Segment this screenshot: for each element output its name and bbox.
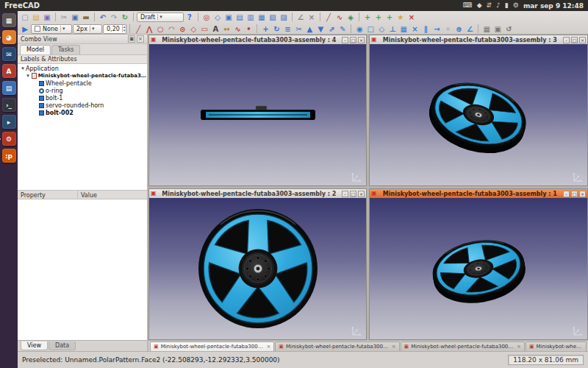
property-column-header[interactable]: Property (18, 191, 78, 199)
snap-perpendicular-icon[interactable]: ⊥ (387, 24, 398, 34)
spin-down-icon[interactable]: ▾ (123, 29, 126, 32)
freecad-icon[interactable]: ⚙ (2, 132, 16, 146)
tree-item-servo-rounded-horn[interactable]: servo-rounded-horn (18, 102, 147, 109)
panel-float-icon[interactable]: ▣ (128, 35, 135, 43)
scale-spinbox[interactable]: 0,20▴▾ (103, 24, 126, 34)
front-view-icon[interactable]: ▣ (223, 12, 234, 22)
close-tab-icon[interactable]: × (392, 344, 396, 350)
close-icon[interactable]: × (579, 191, 586, 197)
window-tab[interactable]: ▣Miniskybot-wheel-pentacle-futaba3003-as… (275, 342, 399, 351)
close-icon[interactable]: × (358, 191, 365, 197)
clear-measurement-icon[interactable]: × (306, 12, 317, 22)
viewport-titlebar[interactable]: ▣Miniskybot-wheel-pentacle-futaba3003-as… (370, 189, 587, 198)
workbench-selector[interactable]: Draft▾ (137, 13, 184, 22)
session-menu-icon[interactable]: ⚙ (513, 0, 519, 11)
archive-icon[interactable]: A (2, 64, 16, 78)
snap-endpoint-icon[interactable]: □ (365, 24, 376, 34)
combo-view-titlebar[interactable]: Combo View ▣ × (18, 35, 147, 44)
snap-center-icon[interactable]: ⊕ (453, 24, 464, 34)
tab-model[interactable]: Model (20, 45, 51, 54)
expander-icon[interactable]: ▾ (26, 73, 30, 79)
toggle-grid-icon[interactable]: ▦ (481, 24, 492, 34)
restore-icon[interactable]: □ (571, 37, 578, 43)
whats-this-icon[interactable]: ? (184, 12, 195, 22)
tree-item-wheel-pentacle[interactable]: Wheel-pentacle (18, 79, 147, 87)
pdf-reader-icon[interactable]: :p (2, 149, 16, 163)
wheel-3d-view[interactable] (398, 202, 559, 335)
panel-close-icon[interactable]: × (137, 35, 144, 43)
document-save-icon[interactable]: ▣ (42, 12, 52, 22)
media-player-icon[interactable]: ▸ (2, 115, 16, 129)
add-to-group-icon[interactable]: + (362, 12, 373, 22)
close-icon[interactable]: × (358, 37, 365, 43)
viewport-1[interactable]: ▣Miniskybot-wheel-pentacle-futaba3003-as… (148, 35, 367, 186)
window-tab[interactable]: ▣Miniskybot-wheel-pentacle-futaba3003-as… (401, 342, 525, 351)
draft-arc-icon[interactable]: ◠ (166, 24, 176, 34)
draft-circle-icon[interactable]: ○ (155, 24, 165, 34)
close-tab-icon[interactable]: × (517, 344, 521, 350)
wheel-front-view[interactable] (193, 204, 323, 333)
left-view-icon[interactable]: ▨ (279, 12, 289, 22)
draft-rectangle-icon[interactable]: ▭ (199, 24, 209, 34)
property-editor-body[interactable] (18, 199, 147, 340)
viewport-3d-canvas[interactable] (149, 44, 366, 185)
right-view-icon[interactable]: ▥ (245, 12, 256, 22)
select-group-icon[interactable]: + (373, 12, 384, 22)
undo-icon[interactable]: ↶ (98, 12, 108, 22)
viewport-titlebar[interactable]: ▣Miniskybot-wheel-pentacle-futaba3003-as… (370, 35, 587, 44)
bottom-view-icon[interactable]: ▧ (268, 12, 278, 22)
minimize-icon[interactable]: – (342, 191, 348, 197)
draft-text-icon[interactable]: A (210, 24, 220, 34)
keyboard-indicator-icon[interactable]: ⌨ (463, 0, 473, 11)
tree-header[interactable]: Labels & Attributes (18, 55, 147, 64)
downgrade-icon[interactable]: ▼ (315, 24, 326, 34)
snap-grid-icon[interactable]: ▦ (398, 24, 409, 34)
restore-icon[interactable]: □ (571, 191, 578, 197)
fit-all-icon[interactable]: ◎ (201, 12, 212, 22)
tab-data[interactable]: Data (49, 342, 76, 350)
minimize-icon[interactable]: – (563, 191, 570, 197)
move-icon[interactable]: + (260, 24, 270, 34)
pointer-select-icon[interactable]: ▶ (20, 24, 30, 34)
minimize-icon[interactable]: – (563, 37, 570, 43)
top-view-icon[interactable]: ▤ (234, 12, 245, 22)
refresh-icon[interactable]: ↻ (120, 12, 130, 22)
edit-icon[interactable]: ✎ (337, 24, 348, 34)
tab-view[interactable]: View (21, 342, 48, 350)
tree-item-document[interactable]: ▾Miniskybot-wheel-pentacle-futaba3003-as… (18, 72, 147, 79)
measure-distance-icon[interactable]: ∠ (295, 12, 306, 22)
wheel-3d-view[interactable] (398, 49, 559, 181)
spin-arrows-icon[interactable]: ▴▾ (122, 25, 126, 32)
snap-extension-icon[interactable]: → (431, 24, 442, 34)
draft-line-mode-icon[interactable]: ╱ (323, 12, 334, 22)
value-column-header[interactable]: Value (78, 191, 147, 199)
window-tab[interactable]: ▣Miniskybot-wheel-pentacle-futaba3003-as… (150, 342, 274, 351)
window-tab[interactable]: ▣Miniskybot-wheel-pen... (526, 342, 587, 351)
expander-icon[interactable]: ▾ (20, 66, 26, 71)
snap-near-icon[interactable]: ◦ (442, 24, 453, 34)
rear-view-icon[interactable]: ▦ (257, 12, 267, 22)
draft-wire-mode-icon[interactable]: ∿ (334, 12, 345, 22)
working-plane-icon[interactable]: ▣ (492, 24, 503, 34)
snap-angle-icon[interactable]: ∠ (465, 24, 475, 34)
email-icon[interactable]: ✉ (2, 47, 16, 61)
draft-polyline-icon[interactable]: ⋀ (144, 24, 154, 34)
close-document-icon[interactable]: × (406, 12, 417, 22)
viewport-titlebar[interactable]: ▣Miniskybot-wheel-pentacle-futaba3003-as… (149, 189, 366, 198)
favorite-icon[interactable]: ★ (395, 12, 406, 22)
draft-dimension-icon[interactable]: ↔ (221, 24, 232, 34)
files-icon[interactable]: ▤ (2, 81, 16, 95)
tree-item-application[interactable]: ▾Application (18, 65, 147, 72)
clock[interactable]: mar sep 9 12:48 (523, 2, 584, 10)
draft-bspline-icon[interactable]: ∿ (232, 24, 243, 34)
style-selector[interactable]: None▾ (31, 24, 72, 34)
network-icon[interactable]: ⇵ (487, 0, 492, 11)
minimize-icon[interactable]: – (342, 37, 348, 43)
upgrade-icon[interactable]: ▲ (304, 24, 315, 34)
battery-icon[interactable]: ▮ (505, 0, 509, 11)
draft-point-icon[interactable]: • (243, 24, 254, 34)
document-new-icon[interactable]: ▢ (20, 12, 30, 22)
restore-icon[interactable]: □ (350, 191, 356, 197)
close-tab-icon[interactable]: × (266, 344, 270, 350)
show-desktop-icon[interactable]: ▦ (2, 13, 16, 27)
